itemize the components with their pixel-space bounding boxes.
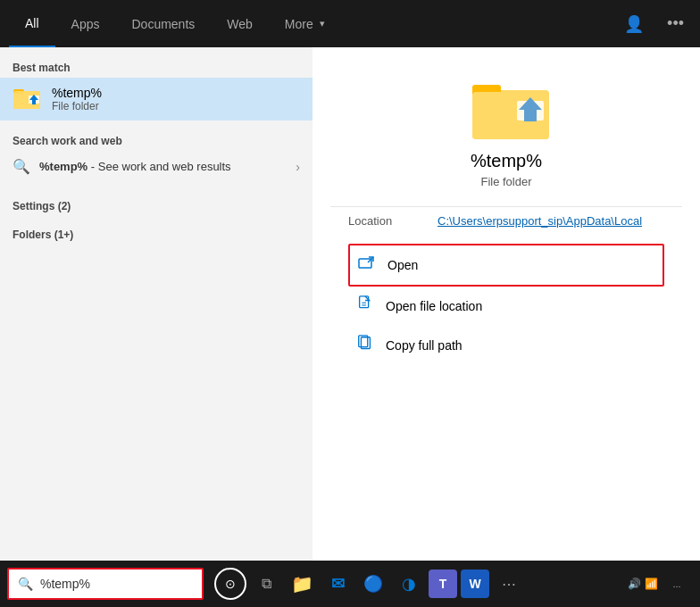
- tab-all[interactable]: All: [9, 0, 55, 47]
- copy-full-path-action[interactable]: Copy full path: [348, 326, 664, 365]
- search-input-text: %temp%: [40, 577, 90, 591]
- tab-documents-label: Documents: [131, 17, 195, 31]
- person-icon[interactable]: 👤: [617, 11, 651, 37]
- file-location-icon: [355, 295, 375, 317]
- taskbar-right: 🔊 📶 ...: [627, 568, 693, 600]
- ellipsis-icon[interactable]: •••: [660, 11, 691, 37]
- task-view-icon: ⧉: [262, 576, 271, 592]
- search-web-section: Search work and web 🔍 %temp% - See work …: [0, 121, 312, 191]
- open-file-location-action[interactable]: Open file location: [348, 287, 664, 326]
- search-circle-button[interactable]: ⊙: [214, 568, 246, 600]
- actions-list: Open Open file location: [330, 235, 682, 365]
- word-button[interactable]: W: [461, 570, 489, 598]
- settings-section: Settings (2): [0, 191, 312, 220]
- teams-icon: T: [439, 577, 447, 591]
- open-action[interactable]: Open: [348, 244, 664, 287]
- search-icon: 🔍: [12, 158, 30, 175]
- app-type: File folder: [480, 175, 531, 188]
- chevron-down-icon: ▾: [320, 18, 325, 29]
- system-tray-icon: 🔊 📶: [628, 578, 657, 590]
- location-value[interactable]: C:\Users\erpsupport_sip\AppData\Local: [438, 214, 642, 228]
- best-match-label: Best match: [0, 56, 312, 78]
- edge-button[interactable]: ◑: [393, 568, 425, 600]
- clock-text: ...: [672, 578, 680, 589]
- chevron-right-icon: ›: [296, 160, 300, 174]
- chrome-icon: 🔵: [363, 574, 383, 594]
- best-match-item[interactable]: %temp% File folder: [0, 78, 312, 121]
- open-file-location-label: Open file location: [386, 299, 482, 313]
- overflow-button[interactable]: ⋯: [493, 568, 525, 600]
- task-view-button[interactable]: ⧉: [250, 568, 282, 600]
- outlook-button[interactable]: ✉: [321, 568, 354, 600]
- copy-full-path-label: Copy full path: [386, 338, 462, 353]
- search-web-left: 🔍 %temp% - See work and web results: [12, 158, 231, 175]
- nav-icons: 👤 •••: [617, 11, 691, 37]
- folder-icon-large: [471, 74, 542, 137]
- clock[interactable]: ...: [661, 568, 693, 600]
- file-explorer-button[interactable]: 📁: [286, 568, 318, 600]
- location-key: Location: [348, 214, 420, 228]
- app-name: %temp%: [471, 151, 542, 171]
- search-circle-icon: ⊙: [214, 568, 246, 600]
- edge-icon: ◑: [402, 574, 416, 594]
- search-web-item[interactable]: 🔍 %temp% - See work and web results ›: [0, 151, 312, 182]
- result-text: %temp% File folder: [52, 86, 102, 112]
- top-nav: All Apps Documents Web More ▾ 👤 •••: [0, 0, 700, 47]
- open-icon: [357, 254, 377, 276]
- result-type: File folder: [52, 100, 102, 112]
- left-panel: Best match %temp% File folder: [0, 47, 312, 561]
- taskbar: 🔍 %temp% ⊙ ⧉ 📁 ✉ 🔵 ◑ T W ⋯ 🔊 📶: [0, 561, 700, 607]
- search-work-label: Search work and web: [0, 129, 312, 151]
- svg-rect-5: [32, 100, 36, 104]
- tab-web[interactable]: Web: [211, 0, 269, 47]
- tab-more-label: More: [285, 17, 313, 31]
- open-label: Open: [388, 258, 418, 272]
- svg-line-13: [368, 257, 373, 262]
- folder-icon-small: [12, 85, 41, 113]
- settings-label: Settings (2): [0, 195, 312, 216]
- outlook-icon: ✉: [331, 574, 345, 594]
- overflow-icon: ⋯: [502, 576, 516, 593]
- tab-apps[interactable]: Apps: [55, 0, 116, 47]
- word-icon: W: [469, 577, 480, 591]
- search-box-icon: 🔍: [18, 577, 33, 591]
- folders-section: Folders (1+): [0, 220, 312, 248]
- location-row: Location C:\Users\erpsupport_sip\AppData…: [330, 206, 682, 235]
- copy-icon: [355, 335, 375, 356]
- teams-button[interactable]: T: [429, 570, 457, 598]
- file-explorer-icon: 📁: [291, 573, 313, 595]
- folders-label: Folders (1+): [0, 223, 312, 245]
- system-tray[interactable]: 🔊 📶: [627, 568, 659, 600]
- search-box[interactable]: 🔍 %temp%: [7, 568, 204, 600]
- search-web-text: %temp% - See work and web results: [39, 160, 231, 173]
- chrome-button[interactable]: 🔵: [357, 568, 389, 600]
- tab-web-label: Web: [227, 17, 253, 31]
- svg-rect-11: [524, 110, 537, 121]
- main-container: Best match %temp% File folder: [0, 47, 700, 561]
- result-name: %temp%: [52, 86, 102, 100]
- tab-more[interactable]: More ▾: [269, 0, 341, 47]
- query-text: %temp%: [39, 160, 88, 173]
- tab-apps-label: Apps: [71, 17, 100, 31]
- query-desc: - See work and web results: [91, 160, 231, 173]
- right-panel: %temp% File folder Location C:\Users\erp…: [312, 47, 700, 561]
- tab-all-label: All: [25, 16, 39, 30]
- tab-documents[interactable]: Documents: [115, 0, 211, 47]
